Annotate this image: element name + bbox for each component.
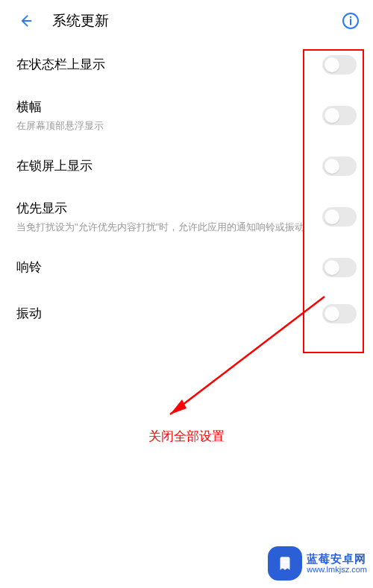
row-statusbar: 在状态栏上显示: [16, 42, 357, 88]
row-text: 横幅 在屏幕顶部悬浮显示: [16, 98, 322, 133]
toggle-vibrate[interactable]: [322, 304, 357, 323]
watermark-logo-icon: [268, 546, 302, 581]
row-label: 横幅: [16, 98, 307, 116]
row-text: 响铃: [16, 259, 322, 276]
info-icon: [342, 12, 360, 30]
row-text: 在状态栏上显示: [16, 56, 322, 74]
watermark: 蓝莓安卓网 www.lmkjsz.com: [268, 546, 367, 581]
row-text: 在锁屏上显示: [16, 157, 322, 175]
annotation-text: 关闭全部设置: [148, 428, 225, 445]
row-priority: 优先显示 当免打扰设为"允许优先内容打扰"时，允许此应用的通知响铃或振动: [16, 189, 357, 244]
row-ring: 响铃: [16, 244, 357, 291]
svg-point-3: [350, 16, 351, 18]
toggle-priority[interactable]: [322, 207, 357, 227]
row-label: 优先显示: [16, 200, 307, 218]
watermark-url: www.lmkjsz.com: [307, 565, 367, 575]
info-button[interactable]: [340, 10, 361, 31]
watermark-name: 蓝莓安卓网: [307, 552, 367, 565]
row-text: 优先显示 当免打扰设为"允许优先内容打扰"时，允许此应用的通知响铃或振动: [16, 200, 322, 234]
watermark-text: 蓝莓安卓网 www.lmkjsz.com: [307, 552, 367, 575]
toggle-ring[interactable]: [322, 258, 357, 277]
settings-list: 在状态栏上显示 横幅 在屏幕顶部悬浮显示 在锁屏上显示 优先显示 当免打扰设为"…: [0, 42, 373, 337]
svg-point-6: [283, 561, 286, 563]
svg-point-7: [286, 561, 289, 563]
svg-marker-5: [170, 399, 186, 414]
row-banner: 横幅 在屏幕顶部悬浮显示: [16, 88, 357, 143]
row-label: 在状态栏上显示: [16, 56, 307, 74]
toggle-lockscreen[interactable]: [322, 157, 357, 176]
toggle-statusbar[interactable]: [322, 55, 357, 75]
header: 系统更新: [0, 0, 373, 42]
row-text: 振动: [16, 305, 322, 323]
row-label: 响铃: [16, 259, 307, 276]
toggle-banner[interactable]: [322, 106, 357, 125]
row-lockscreen: 在锁屏上显示: [16, 143, 357, 189]
row-label: 在锁屏上显示: [16, 157, 307, 175]
row-label: 振动: [16, 305, 307, 323]
back-button[interactable]: [12, 7, 39, 34]
row-sublabel: 在屏幕顶部悬浮显示: [16, 119, 307, 133]
page-title: 系统更新: [52, 11, 109, 31]
row-sublabel: 当免打扰设为"允许优先内容打扰"时，允许此应用的通知响铃或振动: [16, 221, 307, 234]
row-vibrate: 振动: [16, 291, 357, 337]
back-arrow-icon: [18, 13, 33, 28]
